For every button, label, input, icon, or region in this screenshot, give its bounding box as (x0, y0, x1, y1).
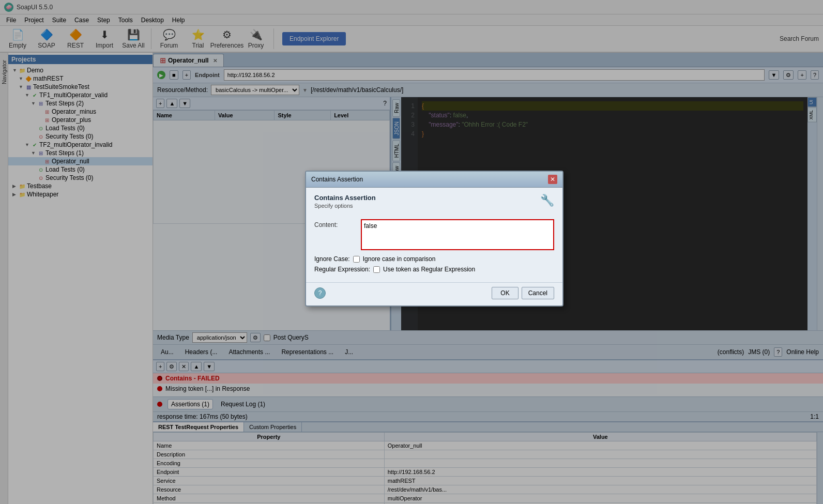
modal-cancel-button[interactable]: Cancel (522, 287, 554, 299)
ignore-case-checkbox[interactable] (353, 256, 360, 263)
modal-ok-button[interactable]: OK (492, 287, 518, 299)
modal-title-bar: Contains Assertion ✕ (306, 172, 562, 188)
ignore-case-checkbox-label: Ignore case in comparison (363, 255, 436, 263)
ignore-case-row: Ignore Case: Ignore case in comparison (314, 255, 554, 263)
modal-section-title: Contains Assertion (314, 194, 376, 202)
modal-subtitle: Specify options (314, 203, 376, 209)
content-input[interactable]: false (361, 219, 554, 250)
tools-icon: 🔧 (540, 194, 554, 207)
content-label: Content: (314, 219, 361, 228)
contains-assertion-modal: Contains Assertion ✕ Contains Assertion … (305, 171, 563, 307)
regex-label: Regular Expression: (314, 266, 370, 273)
regex-checkbox[interactable] (373, 266, 380, 273)
modal-help-button[interactable]: ? (314, 287, 326, 299)
modal-title: Contains Assertion (311, 176, 363, 183)
modal-footer: ? OK Cancel (306, 282, 562, 306)
content-value: false (364, 222, 377, 230)
content-field-container: false (361, 219, 554, 250)
ignore-case-label: Ignore Case: (314, 255, 350, 263)
regex-row: Regular Expression: Use token as Regular… (314, 266, 554, 273)
regex-checkbox-label: Use token as Regular Expression (383, 266, 475, 273)
modal-overlay: Contains Assertion ✕ Contains Assertion … (0, 0, 823, 504)
content-row: Content: false (314, 219, 554, 250)
modal-body: Contains Assertion Specify options 🔧 Con… (306, 188, 562, 282)
modal-close-button[interactable]: ✕ (548, 175, 557, 184)
